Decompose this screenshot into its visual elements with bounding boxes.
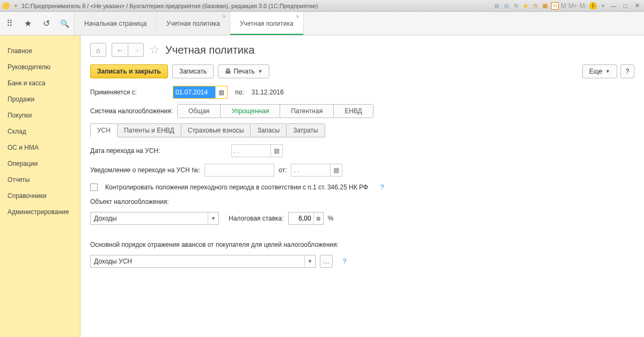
- more-button[interactable]: Еще ▼: [582, 64, 617, 78]
- sidebar-item-admin[interactable]: Администрирование: [0, 204, 80, 220]
- grid-icon[interactable]: ▦: [541, 2, 549, 10]
- caret-down-icon: ▼: [605, 69, 610, 74]
- calendar-icon[interactable]: ▦: [330, 164, 342, 176]
- dropdown-icon[interactable]: ▾: [12, 2, 19, 10]
- save-close-button[interactable]: Записать и закрыть: [90, 64, 168, 78]
- page-title: Учетная политика: [165, 44, 254, 56]
- caret-down-icon: ▼: [258, 69, 263, 74]
- close-button[interactable]: ✕: [632, 2, 642, 10]
- favorite-icon[interactable]: ★: [522, 2, 530, 10]
- notice-date-field[interactable]: [291, 164, 330, 176]
- document-tabs: Начальная страница Учетная политика ✕ Уч…: [75, 12, 304, 35]
- itab-patents[interactable]: Патенты и ЕНВД: [117, 123, 181, 137]
- sidebar: Главное Руководителю Банк и касса Продаж…: [0, 35, 80, 337]
- advance-order-combo[interactable]: Доходы УСН ▼: [90, 255, 316, 268]
- control-checkbox[interactable]: [90, 184, 98, 191]
- window-icon-1[interactable]: ▦: [493, 2, 501, 10]
- calendar-icon[interactable]: 31: [551, 2, 559, 10]
- sidebar-item-operations[interactable]: Операции: [0, 156, 80, 172]
- sidebar-item-reports[interactable]: Отчеты: [0, 172, 80, 188]
- tax-system-segments: Общая Упрощенная Патентная ЕНВД: [177, 104, 374, 118]
- inner-tabs: УСН Патенты и ЕНВД Страховые взносы Запа…: [90, 123, 634, 137]
- tax-rate-unit: %: [328, 215, 334, 222]
- tax-object-value: Доходы: [91, 215, 208, 222]
- star-icon[interactable]: ★: [23, 18, 33, 29]
- content: ⌂ ← → ☆ Учетная политика Записать и закр…: [80, 35, 644, 337]
- label-tax-system: Система налогообложения:: [90, 107, 173, 115]
- minimize-button[interactable]: —: [609, 2, 618, 10]
- spinner-icon[interactable]: ▦: [313, 213, 323, 224]
- caret-down-icon[interactable]: ▾: [599, 2, 606, 10]
- tab-label: Учетная политика: [166, 20, 220, 27]
- maximize-button[interactable]: □: [620, 2, 630, 10]
- help-icon[interactable]: ?: [378, 183, 386, 192]
- itab-costs[interactable]: Затраты: [286, 123, 325, 137]
- notice-date-input[interactable]: ▦: [291, 164, 342, 177]
- sidebar-item-assets[interactable]: ОС и НМА: [0, 140, 80, 156]
- sidebar-item-manager[interactable]: Руководителю: [0, 59, 80, 75]
- tab-label: Начальная страница: [84, 20, 147, 27]
- calendar-icon[interactable]: ▦: [215, 86, 227, 98]
- home-button[interactable]: ⌂: [90, 43, 106, 57]
- m-label-3[interactable]: M-: [580, 2, 587, 10]
- tab-label: Учетная политика: [240, 20, 294, 27]
- m-label-1[interactable]: M: [561, 2, 566, 10]
- more-label: Еще: [589, 68, 602, 75]
- seg-general[interactable]: Общая: [178, 105, 221, 118]
- sidebar-item-sales[interactable]: Продажи: [0, 91, 80, 107]
- tax-rate-field[interactable]: [289, 215, 313, 222]
- label-advance-order: Основной порядок отражения авансов от по…: [90, 241, 339, 248]
- favorite-star-icon[interactable]: ☆: [149, 43, 160, 57]
- transition-date-field[interactable]: [232, 145, 270, 157]
- calendar-icon[interactable]: ▦: [270, 145, 282, 157]
- print-icon: 🖶: [225, 68, 231, 75]
- tax-object-combo[interactable]: Доходы ▼: [90, 212, 219, 225]
- itab-stock[interactable]: Запасы: [250, 123, 287, 137]
- help-button[interactable]: ?: [620, 64, 634, 78]
- tab-policy-1[interactable]: Учетная политика ✕: [157, 12, 230, 35]
- seg-patent[interactable]: Патентная: [280, 105, 334, 118]
- itab-insurance[interactable]: Страховые взносы: [181, 123, 251, 137]
- tab-policy-2[interactable]: Учетная политика ✕: [230, 12, 304, 35]
- search-icon[interactable]: 🔍: [59, 18, 70, 29]
- tab-close-icon[interactable]: ✕: [222, 14, 226, 19]
- date-from-field[interactable]: [173, 86, 215, 98]
- back-button[interactable]: ←: [112, 43, 128, 57]
- date-from-input[interactable]: ▦: [173, 86, 228, 99]
- notice-number-input[interactable]: [204, 164, 274, 177]
- apps-icon[interactable]: ⠿: [4, 18, 15, 29]
- label-transition-date: Дата перехода на УСН:: [90, 147, 227, 155]
- sidebar-item-main[interactable]: Главное: [0, 43, 80, 59]
- tax-rate-input[interactable]: ▦: [288, 212, 324, 225]
- sidebar-item-warehouse[interactable]: Склад: [0, 123, 80, 140]
- dropdown-icon[interactable]: ▼: [208, 213, 218, 224]
- label-tax-rate: Налоговая ставка:: [229, 215, 284, 222]
- refresh-icon[interactable]: ↻: [513, 2, 520, 10]
- sidebar-item-bank[interactable]: Банк и касса: [0, 75, 80, 91]
- help-icon[interactable]: ?: [340, 257, 349, 266]
- seg-simplified[interactable]: Упрощенная: [221, 105, 280, 118]
- label-to: по:: [235, 89, 244, 96]
- topbar: ⠿ ★ ↺ 🔍 Начальная страница Учетная полит…: [0, 12, 644, 35]
- dropdown-icon[interactable]: ▼: [304, 255, 315, 267]
- itab-usn[interactable]: УСН: [90, 123, 118, 137]
- save-button[interactable]: Записать: [172, 64, 214, 78]
- tab-close-icon[interactable]: ✕: [296, 14, 300, 19]
- label-notice-from: от:: [279, 166, 287, 174]
- print-label: Печать: [233, 68, 254, 75]
- sidebar-item-purchases[interactable]: Покупки: [0, 107, 80, 123]
- print-button[interactable]: 🖶 Печать ▼: [218, 64, 269, 78]
- select-button[interactable]: …: [320, 255, 333, 268]
- tab-home[interactable]: Начальная страница: [75, 12, 157, 35]
- m-label-2[interactable]: M+: [568, 2, 577, 10]
- forward-button[interactable]: →: [128, 43, 144, 57]
- transition-date-input[interactable]: ▦: [231, 144, 283, 157]
- label-tax-object: Объект налогообложения:: [90, 198, 169, 206]
- window-icon-2[interactable]: ▤: [503, 2, 510, 10]
- clock-icon[interactable]: ◷: [532, 2, 539, 10]
- history-icon[interactable]: ↺: [41, 18, 52, 29]
- seg-envd[interactable]: ЕНВД: [334, 105, 373, 118]
- sidebar-item-references[interactable]: Справочники: [0, 188, 80, 204]
- info-icon[interactable]: i: [589, 2, 597, 10]
- titlebar-text: 1С:Предприниматель 8 / <Не указан> / Бух…: [21, 3, 318, 9]
